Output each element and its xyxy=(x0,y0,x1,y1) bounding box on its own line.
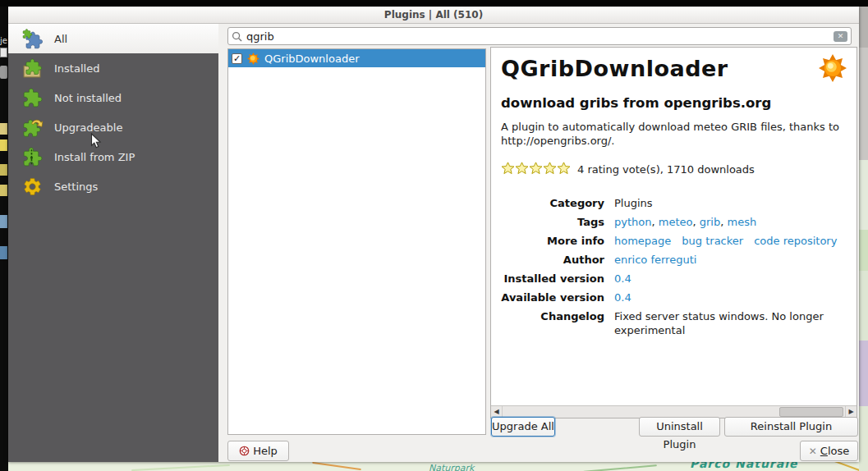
field-label: Changelog xyxy=(501,307,614,337)
background-app-top-strip xyxy=(0,0,868,7)
field-link[interactable]: mesh xyxy=(727,216,756,228)
field-value: Plugins xyxy=(614,194,653,213)
puzzle-installed-icon xyxy=(21,57,43,79)
field-link[interactable]: python xyxy=(614,216,651,228)
field-link[interactable]: code repository xyxy=(754,235,837,247)
field-value: enrico ferreguti xyxy=(614,250,696,269)
sidebar-item-label: Install from ZIP xyxy=(54,151,135,163)
mouse-cursor xyxy=(90,133,102,152)
background-app-left-strip: je xyxy=(0,0,8,471)
field-value: 0.4 xyxy=(614,269,631,288)
star-icon xyxy=(543,165,557,177)
plugin-list-row[interactable]: ✓QGribDownloader xyxy=(228,49,485,67)
close-button[interactable]: ✕Close xyxy=(800,441,858,461)
plugin-list[interactable]: ✓QGribDownloader xyxy=(227,48,486,435)
field-label: Category xyxy=(501,194,614,213)
gear-icon xyxy=(21,176,43,197)
star-icons xyxy=(501,162,571,177)
clear-search-icon[interactable]: ✕ xyxy=(834,31,847,42)
search-input[interactable] xyxy=(246,30,834,43)
star-icon xyxy=(529,165,543,177)
field-label: Installed version xyxy=(501,269,614,288)
help-button[interactable]: Help xyxy=(227,441,289,461)
scroll-left-icon[interactable]: ◀ xyxy=(491,406,503,418)
field-value: homepagebug trackercode repository xyxy=(614,231,837,250)
field-link[interactable]: meteo xyxy=(659,216,693,228)
sun-icon xyxy=(247,53,259,65)
field-value: Fixed server status windows. No longer e… xyxy=(614,307,845,337)
field-row: Available version0.4 xyxy=(501,288,845,307)
reinstall-plugin-button[interactable]: Reinstall Plugin xyxy=(724,417,858,437)
field-label: Author xyxy=(501,250,614,269)
background-edge-text: je xyxy=(0,36,7,45)
background-map-strip: Naturpark Parco Naturale xyxy=(8,462,859,471)
plugin-name: QGribDownloader xyxy=(264,53,359,65)
map-label-naturpark: Naturpark xyxy=(429,463,474,471)
scrollbar-thumb[interactable] xyxy=(779,407,843,417)
field-link[interactable]: 0.4 xyxy=(614,291,631,304)
field-link[interactable]: grib xyxy=(700,216,720,228)
field-value: python, meteo, grib, mesh xyxy=(614,213,756,231)
close-x-icon: ✕ xyxy=(809,446,817,457)
help-buoy-icon xyxy=(239,446,250,456)
sidebar-item-not-installed[interactable]: Not installed xyxy=(8,83,218,112)
field-link[interactable]: enrico ferreguti xyxy=(614,254,696,266)
rating-text: 4 rating vote(s), 1710 downloads xyxy=(577,163,755,176)
plugin-subtitle: download gribs from opengribs.org xyxy=(501,95,845,111)
field-link[interactable]: 0.4 xyxy=(614,272,631,285)
plugin-details-panel: QGribDownloader download gribs from open… xyxy=(490,47,857,418)
field-row: CategoryPlugins xyxy=(501,194,845,213)
upgrade-all-button[interactable]: Upgrade All xyxy=(491,417,555,437)
puzzle-icon xyxy=(21,87,43,108)
details-horizontal-scrollbar[interactable]: ◀ ▶ xyxy=(491,405,857,418)
field-row: ChangelogFixed server status windows. No… xyxy=(501,307,845,337)
field-label: Available version xyxy=(501,288,614,307)
field-row: Tagspython, meteo, grib, mesh xyxy=(501,213,845,231)
search-box[interactable]: ✕ xyxy=(227,27,852,45)
star-icon xyxy=(557,165,571,177)
sidebar: AllInstalledNot installedUpgradeableInst… xyxy=(8,24,218,462)
plugin-title: QGribDownloader xyxy=(501,56,845,81)
dialog-titlebar[interactable]: Plugins | All (510) xyxy=(8,7,859,24)
sidebar-item-install-from-zip[interactable]: Install from ZIP xyxy=(8,142,218,171)
field-row: More infohomepagebug trackercode reposit… xyxy=(501,231,845,250)
sidebar-item-label: Upgradeable xyxy=(54,121,122,134)
plugin-rating: 4 rating vote(s), 1710 downloads xyxy=(501,162,845,177)
puzzle-upgrade-icon xyxy=(21,117,43,138)
scroll-right-icon[interactable]: ▶ xyxy=(845,406,857,418)
field-link[interactable]: homepage xyxy=(614,235,671,247)
field-row: Authorenrico ferreguti xyxy=(501,250,845,269)
field-label: Tags xyxy=(501,213,614,231)
search-icon xyxy=(232,31,242,42)
field-label: More info xyxy=(501,231,614,250)
sidebar-list: AllInstalledNot installedUpgradeableInst… xyxy=(8,24,218,201)
uninstall-plugin-button[interactable]: Uninstall Plugin xyxy=(639,417,720,437)
map-label-parco-naturale: Parco Naturale xyxy=(690,462,798,470)
plugin-checkbox[interactable]: ✓ xyxy=(232,53,242,64)
plugin-sun-icon xyxy=(819,54,847,85)
sidebar-item-installed[interactable]: Installed xyxy=(8,53,218,83)
background-map-right-strip xyxy=(859,0,868,471)
field-link[interactable]: bug tracker xyxy=(682,235,743,247)
puzzle-zip-icon xyxy=(21,146,43,167)
plugin-fields-table: CategoryPluginsTagspython, meteo, grib, … xyxy=(501,194,845,337)
dialog-title: Plugins | All (510) xyxy=(384,9,483,21)
star-icon xyxy=(515,165,529,177)
sidebar-item-label: Settings xyxy=(54,181,98,193)
star-icon xyxy=(501,165,515,177)
field-value: 0.4 xyxy=(614,288,631,307)
sidebar-item-label: All xyxy=(54,33,67,45)
sidebar-item-upgradeable[interactable]: Upgradeable xyxy=(8,112,218,142)
plugins-dialog: Plugins | All (510) AllInstalledNot inst… xyxy=(8,7,859,462)
puzzle-all-icon xyxy=(21,28,43,49)
sidebar-item-settings[interactable]: Settings xyxy=(8,171,218,201)
sidebar-item-all[interactable]: All xyxy=(8,24,218,53)
plugin-description: A plugin to automatically download meteo… xyxy=(501,120,845,148)
sidebar-item-label: Not installed xyxy=(54,92,122,104)
sidebar-item-label: Installed xyxy=(54,62,99,75)
field-row: Installed version0.4 xyxy=(501,269,845,288)
